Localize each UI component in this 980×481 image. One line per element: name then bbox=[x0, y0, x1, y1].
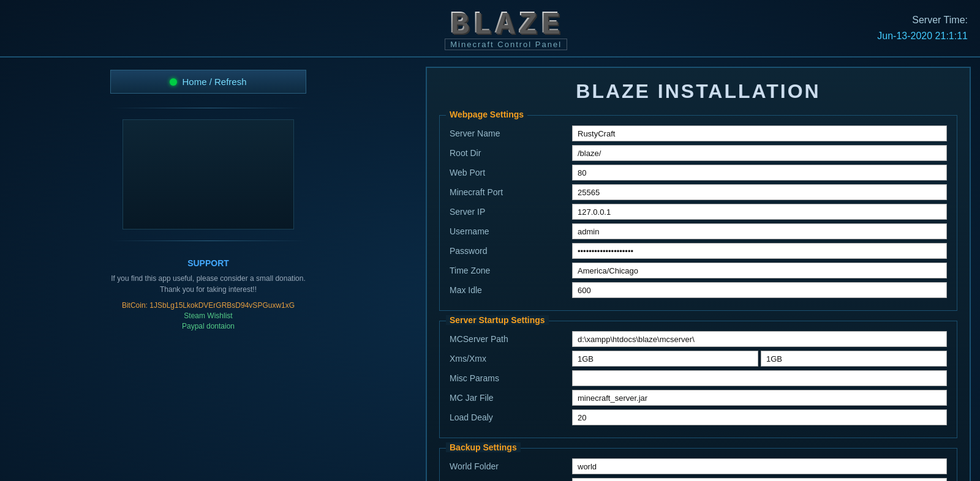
load-delay-label: Load Dealy bbox=[450, 412, 572, 422]
server-name-row: Server Name bbox=[450, 125, 947, 141]
mcserver-path-input[interactable] bbox=[572, 331, 947, 347]
server-time: Server Time: Jun-13-2020 21:1:11 bbox=[877, 12, 968, 43]
sidebar: Home / Refresh SUPPORT If you find this … bbox=[0, 58, 417, 481]
xms-xmx-pair bbox=[572, 351, 947, 367]
max-idle-label: Max Idle bbox=[450, 285, 572, 295]
username-row: Username bbox=[450, 223, 947, 239]
minecraft-port-row: Minecraft Port bbox=[450, 184, 947, 200]
xms-xmx-label: Xms/Xmx bbox=[450, 354, 572, 364]
save-interval-input[interactable] bbox=[572, 478, 947, 481]
bitcoin-link[interactable]: BitCoin: 1JSbLg15LkokDVErGRBsD94vSPGuxw1… bbox=[110, 301, 306, 310]
world-folder-input[interactable] bbox=[572, 458, 947, 474]
misc-params-input[interactable] bbox=[572, 370, 947, 386]
webpage-settings-group: Webpage Settings Server Name Root Dir We… bbox=[439, 115, 957, 311]
misc-params-row: Misc Params bbox=[450, 370, 947, 386]
root-dir-input[interactable] bbox=[572, 145, 947, 161]
webpage-settings-legend: Webpage Settings bbox=[446, 110, 527, 119]
save-interval-row: Save Interval bbox=[450, 478, 947, 481]
server-name-input[interactable] bbox=[572, 125, 947, 141]
top-bar: BLAZE Minecraft Control Panel Server Tim… bbox=[0, 0, 980, 58]
load-delay-input[interactable] bbox=[572, 409, 947, 425]
home-button-label: Home / Refresh bbox=[182, 76, 246, 87]
logo-title: BLAZE bbox=[449, 6, 563, 42]
minecraft-port-label: Minecraft Port bbox=[450, 187, 572, 197]
backup-settings-legend: Backup Settings bbox=[446, 442, 521, 452]
server-ip-row: Server IP bbox=[450, 204, 947, 220]
password-row: Password bbox=[450, 243, 947, 259]
misc-params-label: Misc Params bbox=[450, 373, 572, 383]
web-port-label: Web Port bbox=[450, 168, 572, 177]
divider-bottom bbox=[110, 240, 306, 241]
username-label: Username bbox=[450, 226, 572, 236]
xms-input[interactable] bbox=[572, 351, 758, 367]
web-port-input[interactable] bbox=[572, 165, 947, 181]
xmx-input[interactable] bbox=[761, 351, 947, 367]
startup-settings-group: Server Startup Settings MCServer Path Xm… bbox=[439, 321, 957, 438]
mcserver-path-row: MCServer Path bbox=[450, 331, 947, 347]
support-text: If you find this app useful, please cons… bbox=[110, 273, 306, 295]
world-folder-label: World Folder bbox=[450, 461, 572, 471]
mcserver-path-label: MCServer Path bbox=[450, 334, 572, 344]
server-ip-label: Server IP bbox=[450, 207, 572, 217]
installation-title: BLAZE INSTALLATION bbox=[439, 80, 957, 103]
xms-xmx-row: Xms/Xmx bbox=[450, 351, 947, 367]
root-dir-row: Root Dir bbox=[450, 145, 947, 161]
support-title: SUPPORT bbox=[110, 258, 306, 268]
password-label: Password bbox=[450, 246, 572, 256]
content-area: BLAZE INSTALLATION Webpage Settings Serv… bbox=[417, 58, 980, 481]
sidebar-panel bbox=[123, 119, 294, 229]
timezone-row: Time Zone bbox=[450, 263, 947, 278]
server-time-label: Server Time: bbox=[877, 12, 968, 28]
logo-area: BLAZE Minecraft Control Panel bbox=[445, 6, 567, 50]
minecraft-port-input[interactable] bbox=[572, 184, 947, 200]
load-delay-row: Load Dealy bbox=[450, 409, 947, 425]
paypal-link[interactable]: Paypal dontaion bbox=[110, 322, 306, 330]
username-input[interactable] bbox=[572, 223, 947, 239]
timezone-input[interactable] bbox=[572, 263, 947, 278]
divider-top bbox=[110, 108, 306, 108]
web-port-row: Web Port bbox=[450, 165, 947, 181]
backup-settings-group: Backup Settings World Folder Save Interv… bbox=[439, 448, 957, 481]
status-dot bbox=[170, 78, 177, 86]
home-refresh-button[interactable]: Home / Refresh bbox=[110, 70, 306, 94]
mc-jar-row: MC Jar File bbox=[450, 390, 947, 406]
installation-panel: BLAZE INSTALLATION Webpage Settings Serv… bbox=[426, 67, 971, 481]
server-time-value: Jun-13-2020 21:1:11 bbox=[877, 28, 968, 44]
startup-settings-legend: Server Startup Settings bbox=[446, 315, 549, 325]
max-idle-row: Max Idle bbox=[450, 282, 947, 298]
logo-subtitle: Minecraft Control Panel bbox=[445, 39, 567, 50]
world-folder-row: World Folder bbox=[450, 458, 947, 474]
steam-link[interactable]: Steam Wishlist bbox=[110, 311, 306, 320]
main-layout: Home / Refresh SUPPORT If you find this … bbox=[0, 58, 980, 481]
root-dir-label: Root Dir bbox=[450, 148, 572, 158]
server-name-label: Server Name bbox=[450, 129, 572, 138]
support-section: SUPPORT If you find this app useful, ple… bbox=[110, 258, 306, 332]
password-input[interactable] bbox=[572, 243, 947, 259]
server-ip-input[interactable] bbox=[572, 204, 947, 220]
max-idle-input[interactable] bbox=[572, 282, 947, 298]
mc-jar-label: MC Jar File bbox=[450, 393, 572, 403]
timezone-label: Time Zone bbox=[450, 266, 572, 275]
mc-jar-input[interactable] bbox=[572, 390, 947, 406]
